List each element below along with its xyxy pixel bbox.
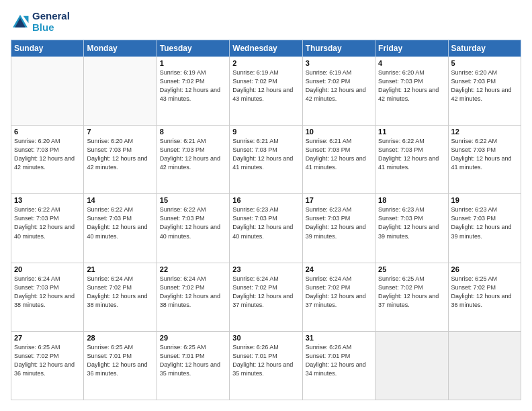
calendar-cell: 19Sunrise: 6:23 AMSunset: 7:03 PMDayligh… (448, 194, 521, 263)
page: General Blue SundayMondayTuesdayWednesda… (0, 0, 532, 411)
day-number: 10 (306, 128, 372, 136)
day-number: 20 (14, 265, 81, 273)
day-number: 26 (451, 265, 518, 273)
day-info: Sunrise: 6:23 AMSunset: 7:03 PMDaylight:… (378, 205, 445, 240)
calendar-cell: 12Sunrise: 6:22 AMSunset: 7:03 PMDayligh… (448, 126, 521, 194)
calendar-cell: 7Sunrise: 6:20 AMSunset: 7:03 PMDaylight… (84, 126, 157, 194)
day-info: Sunrise: 6:21 AMSunset: 7:03 PMDaylight:… (232, 137, 299, 172)
day-info: Sunrise: 6:23 AMSunset: 7:03 PMDaylight:… (451, 205, 518, 240)
calendar-cell: 25Sunrise: 6:25 AMSunset: 7:02 PMDayligh… (375, 263, 448, 331)
day-info: Sunrise: 6:24 AMSunset: 7:02 PMDaylight:… (87, 275, 153, 310)
day-info: Sunrise: 6:25 AMSunset: 7:01 PMDaylight:… (160, 343, 226, 378)
day-number: 1 (160, 59, 226, 67)
col-header-friday: Friday (375, 40, 448, 57)
week-row-5: 27Sunrise: 6:25 AMSunset: 7:02 PMDayligh… (11, 331, 521, 400)
calendar-cell: 10Sunrise: 6:21 AMSunset: 7:03 PMDayligh… (302, 126, 375, 194)
col-header-thursday: Thursday (302, 40, 375, 57)
calendar-cell: 20Sunrise: 6:24 AMSunset: 7:03 PMDayligh… (11, 263, 84, 331)
day-number: 21 (87, 265, 153, 273)
day-number: 14 (87, 196, 153, 204)
day-number: 13 (14, 196, 81, 204)
day-info: Sunrise: 6:20 AMSunset: 7:03 PMDaylight:… (14, 137, 81, 172)
day-info: Sunrise: 6:19 AMSunset: 7:02 PMDaylight:… (232, 68, 299, 103)
calendar-header-row: SundayMondayTuesdayWednesdayThursdayFrid… (11, 40, 521, 57)
day-number: 3 (306, 59, 372, 67)
day-number: 25 (378, 265, 445, 273)
day-info: Sunrise: 6:20 AMSunset: 7:03 PMDaylight:… (87, 137, 153, 172)
day-number: 5 (451, 59, 518, 67)
day-info: Sunrise: 6:23 AMSunset: 7:03 PMDaylight:… (232, 205, 299, 240)
week-row-2: 6Sunrise: 6:20 AMSunset: 7:03 PMDaylight… (11, 126, 521, 194)
day-info: Sunrise: 6:24 AMSunset: 7:02 PMDaylight:… (306, 275, 372, 310)
day-info: Sunrise: 6:21 AMSunset: 7:03 PMDaylight:… (160, 137, 226, 172)
calendar-cell: 6Sunrise: 6:20 AMSunset: 7:03 PMDaylight… (11, 126, 84, 194)
day-info: Sunrise: 6:26 AMSunset: 7:01 PMDaylight:… (306, 343, 372, 378)
day-number: 9 (232, 128, 299, 136)
day-number: 30 (232, 334, 299, 342)
day-info: Sunrise: 6:20 AMSunset: 7:03 PMDaylight:… (378, 68, 445, 103)
day-number: 7 (87, 128, 153, 136)
calendar-cell: 18Sunrise: 6:23 AMSunset: 7:03 PMDayligh… (375, 194, 448, 263)
calendar-cell: 28Sunrise: 6:25 AMSunset: 7:01 PMDayligh… (84, 331, 157, 400)
calendar-cell: 23Sunrise: 6:24 AMSunset: 7:02 PMDayligh… (230, 263, 302, 331)
day-number: 2 (232, 59, 299, 67)
calendar-cell: 15Sunrise: 6:22 AMSunset: 7:03 PMDayligh… (157, 194, 229, 263)
day-number: 19 (451, 196, 518, 204)
calendar-cell: 22Sunrise: 6:24 AMSunset: 7:02 PMDayligh… (157, 263, 229, 331)
day-info: Sunrise: 6:25 AMSunset: 7:01 PMDaylight:… (87, 343, 153, 378)
day-info: Sunrise: 6:21 AMSunset: 7:03 PMDaylight:… (306, 137, 372, 172)
day-number: 15 (160, 196, 226, 204)
calendar-cell: 13Sunrise: 6:22 AMSunset: 7:03 PMDayligh… (11, 194, 84, 263)
day-info: Sunrise: 6:19 AMSunset: 7:02 PMDaylight:… (160, 68, 226, 103)
day-number: 18 (378, 196, 445, 204)
day-info: Sunrise: 6:25 AMSunset: 7:02 PMDaylight:… (451, 275, 518, 310)
day-info: Sunrise: 6:22 AMSunset: 7:03 PMDaylight:… (451, 137, 518, 172)
day-number: 16 (232, 196, 299, 204)
calendar-cell: 14Sunrise: 6:22 AMSunset: 7:03 PMDayligh… (84, 194, 157, 263)
calendar-cell: 31Sunrise: 6:26 AMSunset: 7:01 PMDayligh… (302, 331, 375, 400)
day-number: 28 (87, 334, 153, 342)
week-row-3: 13Sunrise: 6:22 AMSunset: 7:03 PMDayligh… (11, 194, 521, 263)
day-info: Sunrise: 6:22 AMSunset: 7:03 PMDaylight:… (160, 205, 226, 240)
day-info: Sunrise: 6:22 AMSunset: 7:03 PMDaylight:… (87, 205, 153, 240)
day-number: 4 (378, 59, 445, 67)
calendar-cell: 4Sunrise: 6:20 AMSunset: 7:03 PMDaylight… (375, 57, 448, 126)
day-number: 23 (232, 265, 299, 273)
logo-icon (11, 13, 30, 32)
col-header-wednesday: Wednesday (230, 40, 302, 57)
day-number: 29 (160, 334, 226, 342)
day-info: Sunrise: 6:23 AMSunset: 7:03 PMDaylight:… (306, 205, 372, 240)
calendar-cell: 16Sunrise: 6:23 AMSunset: 7:03 PMDayligh… (230, 194, 302, 263)
day-info: Sunrise: 6:24 AMSunset: 7:03 PMDaylight:… (14, 275, 81, 310)
week-row-4: 20Sunrise: 6:24 AMSunset: 7:03 PMDayligh… (11, 263, 521, 331)
calendar-cell (448, 331, 521, 400)
day-info: Sunrise: 6:20 AMSunset: 7:03 PMDaylight:… (451, 68, 518, 103)
day-info: Sunrise: 6:24 AMSunset: 7:02 PMDaylight:… (232, 275, 299, 310)
calendar-cell: 2Sunrise: 6:19 AMSunset: 7:02 PMDaylight… (230, 57, 302, 126)
calendar-cell: 8Sunrise: 6:21 AMSunset: 7:03 PMDaylight… (157, 126, 229, 194)
day-number: 27 (14, 334, 81, 342)
calendar-cell: 27Sunrise: 6:25 AMSunset: 7:02 PMDayligh… (11, 331, 84, 400)
day-number: 31 (306, 334, 372, 342)
logo: General Blue (11, 11, 70, 33)
day-number: 22 (160, 265, 226, 273)
col-header-saturday: Saturday (448, 40, 521, 57)
header: General Blue (11, 11, 521, 33)
calendar-cell: 11Sunrise: 6:22 AMSunset: 7:03 PMDayligh… (375, 126, 448, 194)
calendar-cell (375, 331, 448, 400)
calendar-cell: 1Sunrise: 6:19 AMSunset: 7:02 PMDaylight… (157, 57, 229, 126)
calendar-cell: 26Sunrise: 6:25 AMSunset: 7:02 PMDayligh… (448, 263, 521, 331)
day-number: 24 (306, 265, 372, 273)
day-info: Sunrise: 6:24 AMSunset: 7:02 PMDaylight:… (160, 275, 226, 310)
day-info: Sunrise: 6:19 AMSunset: 7:02 PMDaylight:… (306, 68, 372, 103)
day-number: 8 (160, 128, 226, 136)
calendar-cell (11, 57, 84, 126)
calendar-cell: 5Sunrise: 6:20 AMSunset: 7:03 PMDaylight… (448, 57, 521, 126)
day-info: Sunrise: 6:22 AMSunset: 7:03 PMDaylight:… (378, 137, 445, 172)
day-info: Sunrise: 6:22 AMSunset: 7:03 PMDaylight:… (14, 205, 81, 240)
calendar-cell: 29Sunrise: 6:25 AMSunset: 7:01 PMDayligh… (157, 331, 229, 400)
logo-text: General Blue (32, 11, 70, 33)
week-row-1: 1Sunrise: 6:19 AMSunset: 7:02 PMDaylight… (11, 57, 521, 126)
calendar-cell: 24Sunrise: 6:24 AMSunset: 7:02 PMDayligh… (302, 263, 375, 331)
calendar-table: SundayMondayTuesdayWednesdayThursdayFrid… (11, 40, 521, 400)
